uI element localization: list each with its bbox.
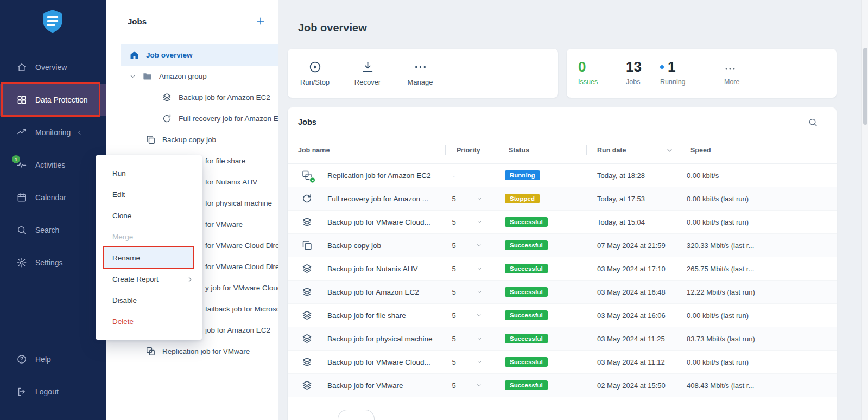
add-job-button[interactable]	[255, 16, 266, 27]
job-name-cell: Backup job for file share	[327, 311, 406, 320]
sidebar-item-overview[interactable]: Overview	[0, 51, 106, 84]
priority-dropdown-icon[interactable]	[476, 218, 483, 226]
menu-item-delete[interactable]: Delete	[96, 311, 202, 332]
logout-icon	[16, 386, 27, 397]
sidebar-item-calendar[interactable]: Calendar	[0, 181, 106, 214]
tree-item-label: job for Amazon EC2	[205, 326, 270, 334]
speed-cell: 320.33 Mbit/s (last r...	[687, 241, 754, 250]
priority-dropdown-icon[interactable]	[476, 335, 483, 342]
chevron-right-icon	[186, 275, 194, 284]
menu-item-disable[interactable]: Disable	[96, 290, 202, 311]
tree-item-label: Backup copy job	[162, 136, 216, 144]
priority-dropdown-icon[interactable]	[476, 241, 483, 249]
table-row[interactable]: Backup job for Amazon EC25Successful03 M…	[288, 281, 837, 304]
table-row[interactable]: Full recovery job for Amazon ...5Stopped…	[288, 187, 837, 211]
column-separator	[586, 145, 587, 155]
column-header-run-date[interactable]: Run date	[597, 147, 626, 154]
sidebar-item-help[interactable]: Help	[0, 343, 106, 376]
sidebar-item-monitoring[interactable]: Monitoring	[0, 116, 106, 149]
priority-cell: 5	[447, 265, 460, 273]
stat-value-row	[724, 58, 739, 75]
tree-item-label: for VMware Cloud Direc	[205, 263, 278, 271]
download-icon	[361, 60, 375, 74]
vertical-scrollbar[interactable]	[861, 0, 868, 420]
priority-dropdown-icon[interactable]	[476, 265, 483, 272]
priority-dropdown-icon[interactable]	[476, 311, 483, 319]
column-header-job-name[interactable]: Job name	[298, 147, 330, 154]
job-name-cell: Backup copy job	[327, 241, 381, 250]
tree-item-job-overview[interactable]: Job overview	[121, 44, 278, 66]
priority-dropdown-icon[interactable]	[476, 358, 483, 366]
run-date-cell: 03 May 2024 at 11:12	[597, 358, 665, 366]
activities-badge: 1	[12, 155, 20, 163]
table-row[interactable]: Backup job for physical machine5Successf…	[288, 327, 837, 351]
sidebar-item-activities[interactable]: 1Activities	[0, 149, 106, 181]
backup-job-icon	[301, 263, 313, 275]
toolbar-button-manage[interactable]: Manage	[397, 54, 443, 93]
table-header-row: Job namePriorityStatusRun dateSpeed	[288, 137, 837, 164]
priority-cell: 5	[447, 381, 460, 390]
table-row[interactable]: Backup job for VMware Cloud...5Successfu…	[288, 351, 837, 374]
jobs-panel-header: Jobs	[106, 0, 278, 42]
speed-cell: 0.00 kbit/s (last run)	[687, 311, 749, 320]
job-name-cell: Backup job for VMware Cloud...	[327, 218, 430, 226]
priority-cell: -	[447, 171, 460, 180]
tree-item-label: Backup job for Amazon EC2	[179, 93, 270, 101]
tree-item-label: for VMware	[205, 220, 243, 228]
toolbar-button-recover[interactable]: Recover	[344, 54, 391, 93]
column-separator	[498, 145, 498, 155]
menu-item-clone[interactable]: Clone	[96, 205, 202, 226]
status-badge: Successful	[505, 240, 548, 250]
table-row[interactable]: Backup job for VMware Cloud...5Successfu…	[288, 211, 837, 234]
pagination-button[interactable]	[338, 410, 375, 420]
speed-cell: 12.22 Mbit/s (last run)	[687, 288, 755, 296]
column-header-speed[interactable]: Speed	[690, 147, 711, 154]
menu-item-create-report[interactable]: Create Report	[96, 269, 202, 290]
menu-item-run[interactable]: Run	[96, 163, 202, 184]
scrollbar-thumb[interactable]	[863, 48, 867, 125]
table-row[interactable]: Backup copy job5Successful07 May 2024 at…	[288, 234, 837, 257]
sort-chevron-icon[interactable]	[666, 147, 674, 155]
page-title: Job overview	[298, 22, 367, 34]
table-row[interactable]: Replication job for Amazon EC2-RunningTo…	[288, 164, 837, 187]
sidebar-item-settings[interactable]: Settings	[0, 246, 106, 279]
tree-item-replication-job-for-vmware[interactable]: Replication job for VMware	[121, 341, 278, 362]
tree-item-backup-job-for-amazon-ec2[interactable]: Backup job for Amazon EC2	[121, 87, 278, 108]
main-content: Job overview Run/StopRecoverManage 0Issu…	[278, 0, 868, 420]
stat-more[interactable]: More	[724, 58, 739, 86]
speed-cell: 0.00 kbit/s	[687, 171, 719, 180]
tree-item-amazon-group[interactable]: Amazon group	[121, 66, 278, 87]
sidebar-item-search[interactable]: Search	[0, 214, 106, 246]
menu-item-label: Rename	[112, 254, 140, 262]
tree-item-backup-copy-job[interactable]: Backup copy job	[121, 129, 278, 150]
sidebar-item-label: Calendar	[35, 193, 66, 202]
job-name-cell: Backup job for VMware Cloud...	[327, 358, 430, 366]
table-row[interactable]: Backup job for Nutanix AHV5Successful03 …	[288, 257, 837, 281]
priority-dropdown-icon[interactable]	[476, 195, 483, 202]
menu-item-edit[interactable]: Edit	[96, 184, 202, 205]
menu-item-rename[interactable]: Rename	[103, 247, 194, 269]
run-date-cell: Today, at 18:28	[597, 171, 645, 180]
tree-item-full-recovery-job-for-amazon-e[interactable]: Full recovery job for Amazon E	[121, 108, 278, 129]
ellipsis-icon	[414, 60, 427, 74]
tree-item-label: Replication job for VMware	[162, 347, 250, 355]
tree-item-label: for file share	[205, 157, 245, 165]
toolbar-button-run-stop[interactable]: Run/Stop	[292, 54, 338, 93]
sidebar-item-data-protection[interactable]: Data Protection	[0, 84, 106, 116]
sidebar-item-label: Activities	[35, 161, 65, 169]
table-row[interactable]: Backup job for file share5Successful03 M…	[288, 304, 837, 327]
stat-issues: 0Issues	[578, 58, 598, 86]
priority-dropdown-icon[interactable]	[476, 288, 483, 296]
search-icon	[16, 225, 27, 236]
backup-job-icon	[301, 217, 313, 228]
sidebar-item-logout[interactable]: Logout	[0, 376, 106, 408]
stat-label: More	[724, 78, 739, 86]
running-indicator	[309, 177, 315, 183]
run-date-cell: 03 May 2024 at 17:10	[597, 265, 666, 273]
column-header-status[interactable]: Status	[509, 147, 529, 154]
table-row[interactable]: Backup job for VMware5Successful02 May 2…	[288, 374, 837, 397]
table-search-button[interactable]	[808, 117, 818, 128]
column-header-priority[interactable]: Priority	[457, 147, 480, 154]
column-separator	[680, 145, 680, 155]
priority-dropdown-icon[interactable]	[476, 381, 483, 389]
